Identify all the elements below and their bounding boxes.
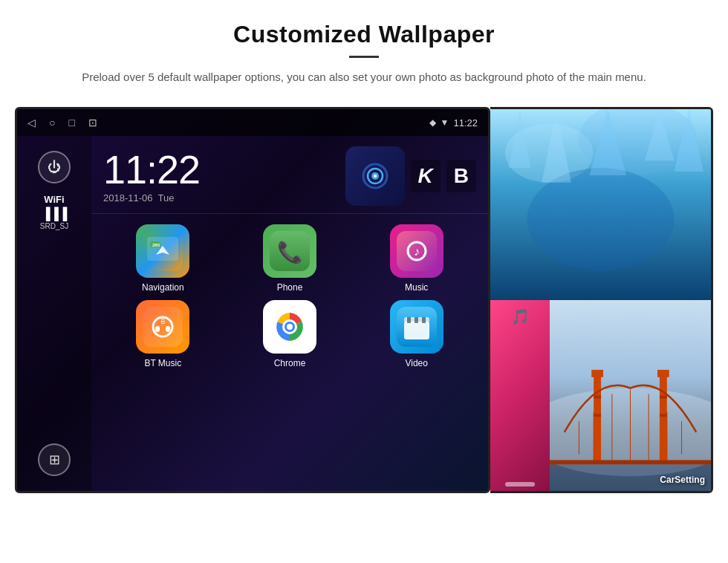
gate-svg xyxy=(550,300,711,491)
svg-rect-28 xyxy=(422,317,426,323)
chrome-label: Chrome xyxy=(274,358,306,368)
b-app-icon[interactable]: B xyxy=(446,160,476,192)
app-phone[interactable]: 📞 Phone xyxy=(230,224,350,293)
app-video[interactable]: Video xyxy=(357,300,476,368)
svg-rect-45 xyxy=(594,414,601,417)
title-divider xyxy=(349,56,379,58)
chrome-icon-wrap xyxy=(263,300,316,354)
svg-point-22 xyxy=(287,324,293,330)
svg-rect-40 xyxy=(594,374,601,462)
svg-text:Ƀ: Ƀ xyxy=(160,317,166,325)
back-icon[interactable]: ◁ xyxy=(27,117,36,128)
video-icon xyxy=(397,307,437,347)
phone-icon: 📞 xyxy=(270,231,310,271)
svg-rect-46 xyxy=(660,396,667,399)
btmusic-icon: Ƀ xyxy=(143,307,183,347)
svg-rect-27 xyxy=(415,317,418,323)
wallpapers-container: 🎵 xyxy=(490,107,713,493)
chrome-icon xyxy=(270,307,310,347)
recents-icon[interactable]: □ xyxy=(68,117,74,128)
wallpaper-bottom-row: 🎵 xyxy=(490,300,711,491)
music-icon: ♪ xyxy=(397,231,437,271)
app-grid: 280 Navigation xyxy=(91,214,488,379)
svg-rect-55 xyxy=(550,460,711,464)
sidebar: ⏻ WiFi ▐▐▐ SRD_SJ ⊞ xyxy=(17,136,91,491)
app-chrome[interactable]: Chrome xyxy=(230,300,350,368)
video-icon-wrap xyxy=(390,300,443,354)
status-right: ◆ ▼ 11:22 xyxy=(429,117,478,128)
svg-rect-15 xyxy=(155,326,160,332)
nav-icons: ◁ ○ □ ⊡ xyxy=(27,117,97,128)
main-content: 11:22 2018-11-06 Tue xyxy=(91,136,488,491)
video-label: Video xyxy=(405,358,427,368)
android-screen: ◁ ○ □ ⊡ ◆ ▼ 11:22 ⏻ WiFi ▐▐▐ SRD_S xyxy=(15,107,490,493)
svg-rect-44 xyxy=(594,396,601,399)
svg-rect-42 xyxy=(591,370,603,377)
btmusic-icon-wrap: Ƀ xyxy=(136,300,189,354)
svg-text:♪: ♪ xyxy=(414,245,420,258)
clock-block: 11:22 2018-11-06 Tue xyxy=(103,149,200,204)
wifi-bars-icon: ▐▐▐ xyxy=(40,207,68,221)
location-icon: ◆ xyxy=(429,117,436,128)
page-header: Customized Wallpaper Preload over 5 defa… xyxy=(0,0,728,100)
wifi-status-icon: ▼ xyxy=(441,117,449,128)
navigation-icon: 280 xyxy=(143,231,183,271)
svg-rect-13 xyxy=(143,307,183,347)
app-btmusic[interactable]: Ƀ BT Music xyxy=(103,300,223,368)
svg-point-3 xyxy=(374,175,377,178)
navigation-icon-wrap: 280 xyxy=(136,224,189,278)
clock-section: 11:22 2018-11-06 Tue xyxy=(91,136,488,214)
sidebar-bottom: ⊞ xyxy=(38,443,71,476)
wallpaper-gate[interactable]: CarSetting xyxy=(550,300,711,491)
app-music[interactable]: ♪ Music xyxy=(357,224,476,293)
clock-status: 11:22 xyxy=(453,117,478,128)
svg-rect-47 xyxy=(660,414,667,417)
wallpaper-ice[interactable] xyxy=(490,109,711,300)
music-icon-wrap: ♪ xyxy=(390,224,443,278)
wallpaper-music-small[interactable]: 🎵 xyxy=(490,300,550,491)
svg-rect-26 xyxy=(407,317,411,323)
app-navigation[interactable]: 280 Navigation xyxy=(103,224,223,293)
clock-time: 11:22 xyxy=(103,149,200,189)
svg-rect-41 xyxy=(660,374,667,462)
wifi-ssid: SRD_SJ xyxy=(40,222,68,230)
sidebar-top: ⏻ WiFi ▐▐▐ SRD_SJ xyxy=(38,151,71,230)
svg-point-32 xyxy=(527,168,675,270)
apps-button[interactable]: ⊞ xyxy=(38,443,71,476)
page-title: Customized Wallpaper xyxy=(59,21,669,48)
k-app-icon[interactable]: K xyxy=(411,160,441,192)
page-subtitle: Preload over 5 default wallpaper options… xyxy=(59,68,669,86)
top-app-icons: K B xyxy=(345,146,476,206)
status-bar: ◁ ○ □ ⊡ ◆ ▼ 11:22 xyxy=(17,109,488,136)
screen-body: ⏻ WiFi ▐▐▐ SRD_SJ ⊞ 11:22 xyxy=(17,136,488,491)
svg-text:280: 280 xyxy=(152,243,160,247)
svg-text:📞: 📞 xyxy=(276,240,302,264)
carsetting-label: CarSetting xyxy=(660,475,705,485)
clock-date: 2018-11-06 Tue xyxy=(103,192,200,204)
phone-icon-wrap: 📞 xyxy=(263,224,316,278)
phone-label: Phone xyxy=(277,282,303,293)
navigation-label: Navigation xyxy=(142,282,184,293)
svg-rect-43 xyxy=(657,370,669,377)
music-label: Music xyxy=(405,282,428,293)
wifi-label: WiFi xyxy=(40,194,68,205)
svg-rect-16 xyxy=(166,326,170,332)
wifi-block: WiFi ▐▐▐ SRD_SJ xyxy=(40,194,68,230)
radio-app-icon[interactable] xyxy=(345,146,405,206)
btmusic-label: BT Music xyxy=(144,358,181,368)
home-icon[interactable]: ○ xyxy=(49,117,55,128)
radio-icon xyxy=(357,158,393,194)
power-button[interactable]: ⏻ xyxy=(38,151,71,183)
svg-rect-24 xyxy=(404,322,429,339)
ice-svg xyxy=(490,109,711,300)
device-container: ◁ ○ □ ⊡ ◆ ▼ 11:22 ⏻ WiFi ▐▐▐ SRD_S xyxy=(0,100,728,493)
screenshot-icon[interactable]: ⊡ xyxy=(88,117,97,128)
